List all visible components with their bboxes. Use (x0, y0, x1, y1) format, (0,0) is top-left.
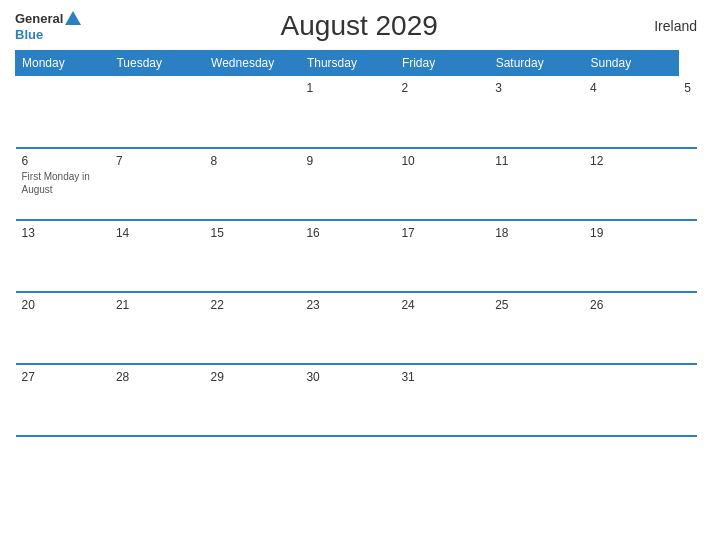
day-number: 21 (116, 298, 199, 312)
logo-inner: General Blue (15, 11, 81, 42)
day-cell-19: 19 (584, 220, 678, 292)
day-number: 29 (211, 370, 295, 384)
day-number: 17 (401, 226, 483, 240)
day-cell-26: 26 (584, 292, 678, 364)
day-number: 14 (116, 226, 199, 240)
day-cell-22: 22 (205, 292, 301, 364)
day-cell-14: 14 (110, 220, 205, 292)
header-saturday: Saturday (489, 51, 584, 76)
logo: General Blue (15, 11, 81, 42)
empty-cell (489, 364, 584, 436)
header-friday: Friday (395, 51, 489, 76)
day-number: 9 (306, 154, 389, 168)
week-row-4: 20 21 22 23 24 25 26 (16, 292, 698, 364)
header: General Blue August 2029 Ireland (15, 10, 697, 42)
day-cell-13: 13 (16, 220, 110, 292)
day-cell-3: 3 (489, 76, 584, 148)
logo-top-row: General (15, 11, 81, 27)
empty-cell (110, 76, 205, 148)
week-row-1: 1 2 3 4 5 (16, 76, 698, 148)
day-number: 13 (22, 226, 104, 240)
day-number: 10 (401, 154, 483, 168)
logo-general-text: General (15, 11, 63, 26)
day-cell-17: 17 (395, 220, 489, 292)
day-cell-1: 1 (300, 76, 395, 148)
day-number: 20 (22, 298, 104, 312)
day-cell-11: 11 (489, 148, 584, 220)
day-cell-27: 27 (16, 364, 110, 436)
day-number: 6 (22, 154, 104, 168)
header-tuesday: Tuesday (110, 51, 205, 76)
day-cell-2: 2 (395, 76, 489, 148)
day-cell-6: 6 First Monday in August (16, 148, 110, 220)
day-number: 5 (684, 81, 691, 95)
logo-triangle-icon (65, 11, 81, 25)
day-number: 24 (401, 298, 483, 312)
week-row-5: 27 28 29 30 31 (16, 364, 698, 436)
event-label: First Monday in August (22, 170, 104, 196)
day-number: 2 (401, 81, 483, 95)
empty-cell (584, 364, 678, 436)
day-cell-15: 15 (205, 220, 301, 292)
day-number: 26 (590, 298, 672, 312)
day-cell-5: 5 (678, 76, 697, 148)
day-cell-20: 20 (16, 292, 110, 364)
header-sunday: Sunday (584, 51, 678, 76)
calendar-body: 1 2 3 4 5 6 First Monday in August 7 8 9… (16, 76, 698, 436)
country-label: Ireland (637, 18, 697, 34)
day-number: 16 (306, 226, 389, 240)
day-cell-7: 7 (110, 148, 205, 220)
day-cell-4: 4 (584, 76, 678, 148)
day-number: 4 (590, 81, 672, 95)
day-cell-8: 8 (205, 148, 301, 220)
day-cell-9: 9 (300, 148, 395, 220)
day-cell-16: 16 (300, 220, 395, 292)
day-cell-31: 31 (395, 364, 489, 436)
empty-cell (16, 76, 110, 148)
day-cell-21: 21 (110, 292, 205, 364)
day-cell-12: 12 (584, 148, 678, 220)
day-cell-30: 30 (300, 364, 395, 436)
day-cell-10: 10 (395, 148, 489, 220)
day-number: 7 (116, 154, 199, 168)
calendar-table: Monday Tuesday Wednesday Thursday Friday… (15, 50, 697, 437)
day-cell-24: 24 (395, 292, 489, 364)
day-number: 25 (495, 298, 578, 312)
day-number: 27 (22, 370, 104, 384)
day-cell-18: 18 (489, 220, 584, 292)
day-number: 31 (401, 370, 483, 384)
header-monday: Monday (16, 51, 110, 76)
day-cell-25: 25 (489, 292, 584, 364)
day-number: 1 (306, 81, 389, 95)
day-number: 30 (306, 370, 389, 384)
day-cell-29: 29 (205, 364, 301, 436)
logo-blue-text: Blue (15, 27, 43, 42)
page-title: August 2029 (81, 10, 637, 42)
calendar-header: Monday Tuesday Wednesday Thursday Friday… (16, 51, 698, 76)
calendar-page: General Blue August 2029 Ireland Monday … (0, 0, 712, 550)
day-number: 23 (306, 298, 389, 312)
day-number: 28 (116, 370, 199, 384)
days-header-row: Monday Tuesday Wednesday Thursday Friday… (16, 51, 698, 76)
day-number: 12 (590, 154, 672, 168)
week-row-2: 6 First Monday in August 7 8 9 10 11 12 (16, 148, 698, 220)
day-number: 15 (211, 226, 295, 240)
day-number: 8 (211, 154, 295, 168)
day-number: 22 (211, 298, 295, 312)
week-row-3: 13 14 15 16 17 18 19 (16, 220, 698, 292)
day-number: 19 (590, 226, 672, 240)
empty-cell (205, 76, 301, 148)
header-wednesday: Wednesday (205, 51, 301, 76)
day-cell-28: 28 (110, 364, 205, 436)
day-cell-23: 23 (300, 292, 395, 364)
day-number: 11 (495, 154, 578, 168)
header-thursday: Thursday (300, 51, 395, 76)
day-number: 18 (495, 226, 578, 240)
day-number: 3 (495, 81, 578, 95)
